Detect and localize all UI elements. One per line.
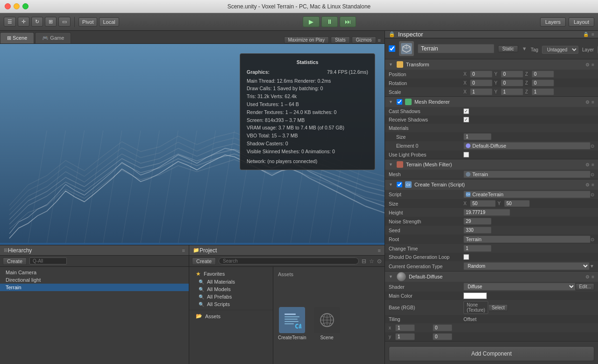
pivot-button[interactable]: Pivot (78, 17, 97, 27)
position-y-input[interactable] (501, 71, 523, 78)
sidebar-all-materials[interactable]: 🔍 All Materials (189, 278, 273, 285)
offset-x-input[interactable] (433, 324, 452, 331)
project-create-button[interactable]: Create (192, 257, 216, 265)
scale-z-input[interactable] (532, 88, 554, 95)
texture-select-button[interactable]: Select (488, 304, 508, 311)
root-select-icon[interactable]: ⊙ (591, 237, 594, 242)
shader-dropdown[interactable]: Diffuse (463, 283, 576, 291)
receive-shadows-checkbox[interactable] (463, 117, 469, 122)
sidebar-all-prefabs[interactable]: 🔍 All Prefabs (189, 293, 273, 300)
project-star-icon[interactable]: ☆ (369, 258, 374, 264)
asset-scene[interactable]: Scene (314, 307, 340, 340)
maximize-on-play-button[interactable]: Maximize on Play (284, 36, 329, 43)
step-button[interactable]: ⏭ (340, 16, 356, 27)
hierarchy-search-input[interactable] (29, 257, 67, 264)
tiling-x-input[interactable] (395, 324, 415, 331)
element0-select-icon[interactable]: ⊙ (591, 143, 594, 149)
rotation-y-input[interactable] (501, 79, 523, 86)
transform-menu-icon[interactable]: ≡ (591, 62, 594, 67)
script-select-icon[interactable]: ⊙ (591, 192, 594, 197)
ct-size-x-input[interactable] (470, 200, 496, 207)
object-active-checkbox[interactable] (389, 45, 395, 52)
move-tool-button[interactable]: ✛ (18, 17, 29, 27)
hierarchy-item-main-camera[interactable]: Main Camera (0, 269, 189, 276)
layers-dropdown[interactable]: Layers (540, 17, 566, 27)
play-button[interactable]: ▶ (303, 16, 320, 27)
diffuse-menu-icon[interactable]: ≡ (591, 274, 594, 279)
create-terrain-settings-icon[interactable]: ⚙ (585, 182, 590, 187)
ct-size-y-input[interactable] (504, 200, 530, 207)
diffuse-settings-icon[interactable]: ⚙ (585, 274, 590, 279)
tab-game[interactable]: 🎮 Game (35, 32, 71, 43)
scale-x-input[interactable] (470, 88, 492, 95)
mesh-filter-header[interactable]: ▼ Terrain (Mesh Filter) ⚙ ≡ (385, 159, 598, 170)
gen-type-expand-icon[interactable]: ▼ (590, 264, 594, 269)
scale-y-input[interactable] (501, 88, 523, 95)
default-diffuse-header[interactable]: ▼ Default-Diffuse ⚙ ≡ (385, 271, 598, 282)
local-button[interactable]: Local (99, 17, 119, 27)
sidebar-all-models[interactable]: 🔍 All Models (189, 285, 273, 293)
current-gen-type-dropdown[interactable]: Random (463, 262, 590, 270)
transform-settings-icon[interactable]: ⚙ (585, 62, 590, 67)
should-do-loop-checkbox[interactable] (463, 254, 469, 260)
hierarchy-options-icon[interactable]: ≡ (182, 248, 185, 253)
static-dropdown-icon[interactable]: ▼ (522, 46, 527, 51)
maximize-button[interactable] (22, 3, 28, 9)
size-input[interactable] (463, 133, 491, 140)
rotation-z-input[interactable] (532, 79, 554, 86)
inspector-options-icon[interactable]: ≡ (591, 32, 594, 37)
create-terrain-header[interactable]: ▼ C# Create Terrain (Script) ⚙ ≡ (385, 179, 598, 190)
close-button[interactable] (5, 3, 11, 9)
sidebar-assets-folder[interactable]: 📂 Assets (189, 312, 273, 320)
mesh-renderer-menu-icon[interactable]: ≡ (591, 100, 594, 105)
cast-shadows-checkbox[interactable] (463, 108, 469, 114)
asset-create-terrain[interactable]: C# CreateTerrain (278, 307, 306, 340)
change-time-input[interactable] (463, 245, 491, 252)
hand-tool-button[interactable]: ☰ (4, 17, 16, 27)
sidebar-favorites[interactable]: ★ Favorites (189, 270, 273, 278)
position-x-input[interactable] (470, 71, 492, 78)
gizmos-button[interactable]: Gizmos (352, 36, 376, 43)
noise-strength-input[interactable] (463, 218, 491, 225)
use-light-probes-checkbox[interactable] (463, 152, 469, 157)
project-search-input[interactable] (219, 257, 359, 264)
height-input[interactable] (463, 209, 510, 216)
transform-header[interactable]: ▼ Transform ⚙ ≡ (385, 59, 598, 70)
pause-button[interactable]: ⏸ (321, 16, 338, 27)
scale-tool-button[interactable]: ⊞ (45, 17, 57, 27)
project-options-icon[interactable]: ≡ (378, 248, 381, 253)
mesh-filter-menu-icon[interactable]: ≡ (591, 162, 594, 167)
main-color-swatch[interactable] (463, 293, 487, 299)
minimize-button[interactable] (14, 3, 20, 9)
rotate-tool-button[interactable]: ↻ (31, 17, 43, 27)
mesh-renderer-settings-icon[interactable]: ⚙ (585, 100, 590, 105)
shader-edit-button[interactable]: Edit... (576, 283, 594, 290)
tab-scene[interactable]: ⊞ Scene (0, 32, 34, 43)
hierarchy-create-button[interactable]: Create (3, 257, 27, 265)
rotation-x-input[interactable] (470, 79, 492, 86)
mesh-renderer-enabled-checkbox[interactable] (397, 99, 402, 105)
create-terrain-enabled-checkbox[interactable] (397, 182, 402, 187)
tag-dropdown[interactable]: Untagged (542, 46, 578, 54)
add-component-button[interactable]: Add Component (389, 346, 594, 361)
mesh-renderer-header[interactable]: ▼ Mesh Renderer ⚙ ≡ (385, 97, 598, 107)
layout-dropdown[interactable]: Layout (569, 17, 594, 27)
stats-button[interactable]: Stats (331, 36, 350, 43)
create-terrain-menu-icon[interactable]: ≡ (591, 182, 594, 187)
project-view-toggle[interactable]: ⊟ (362, 258, 366, 264)
offset-y-input[interactable] (433, 333, 452, 340)
static-button[interactable]: Static (498, 45, 518, 52)
tiling-y-input[interactable] (395, 333, 415, 340)
seed-input[interactable] (463, 227, 491, 234)
hierarchy-item-directional-light[interactable]: Directional light (0, 276, 189, 284)
mesh-filter-settings-icon[interactable]: ⚙ (585, 162, 590, 167)
inspector-lock-icon[interactable]: 🔒 (583, 32, 589, 37)
panel-options-icon[interactable]: ≡ (378, 37, 381, 43)
mesh-select-icon[interactable]: ⊙ (591, 172, 594, 177)
object-name-input[interactable] (418, 44, 494, 53)
position-z-input[interactable] (532, 71, 554, 78)
project-eye-icon[interactable]: ⊙ (377, 258, 382, 264)
hierarchy-item-terrain[interactable]: Terrain (0, 284, 189, 291)
rect-tool-button[interactable]: ▭ (58, 17, 71, 27)
sidebar-all-scripts[interactable]: 🔍 All Scripts (189, 300, 273, 308)
